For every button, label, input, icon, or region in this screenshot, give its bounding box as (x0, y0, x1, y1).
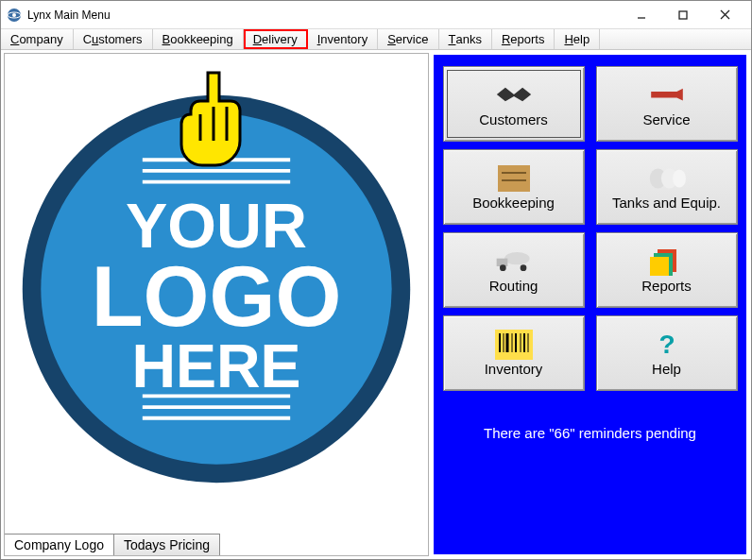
reminder-text: There are "66" reminders pending (484, 425, 696, 441)
tab-todays-pricing[interactable]: Todays Pricing (113, 534, 220, 556)
truck-icon (495, 247, 533, 276)
menu-help[interactable]: Help (555, 29, 600, 49)
bookkeeping-button[interactable]: Bookkeeping (443, 149, 585, 225)
menu-inventory[interactable]: Inventory (308, 29, 379, 49)
tanks-icon (648, 164, 686, 193)
menu-tanks[interactable]: Tanks (439, 29, 492, 49)
tab-company-logo[interactable]: Company Logo (4, 534, 114, 556)
minimize-button[interactable] (621, 2, 662, 28)
button-grid: Customers Service Bookkeeping Tanks and … (443, 66, 738, 391)
inventory-button[interactable]: Inventory (443, 315, 585, 391)
svg-point-26 (673, 169, 686, 187)
routing-button[interactable]: Routing (443, 232, 585, 308)
reports-button[interactable]: Reports (596, 232, 738, 308)
svg-text:?: ? (658, 331, 675, 359)
customers-button[interactable]: Customers (443, 66, 585, 142)
menu-customers[interactable]: Customers (74, 29, 153, 49)
svg-rect-21 (498, 165, 530, 192)
left-panel: YOUR LOGO HERE Company Logo Todays Prici… (4, 53, 429, 556)
svg-rect-4 (679, 11, 687, 19)
svg-text:HERE: HERE (131, 332, 300, 400)
question-icon: ? (648, 331, 686, 359)
menu-company[interactable]: Company (1, 29, 74, 49)
content-area: YOUR LOGO HERE Company Logo Todays Prici… (1, 50, 751, 559)
right-panel: Customers Service Bookkeeping Tanks and … (434, 55, 746, 554)
menu-service[interactable]: Service (378, 29, 438, 49)
close-button[interactable] (704, 2, 745, 28)
menu-bookkeeping[interactable]: Bookkeeping (153, 29, 244, 49)
menubar: Company Customers Bookkeeping Delivery I… (1, 29, 751, 50)
service-button[interactable]: Service (596, 66, 738, 142)
titlebar: Lynx Main Menu (1, 1, 751, 29)
help-button[interactable]: ? Help (596, 315, 738, 391)
wrench-icon (648, 81, 686, 110)
tanks-equip-button[interactable]: Tanks and Equip. (596, 149, 738, 225)
svg-text:LOGO: LOGO (92, 249, 342, 344)
handshake-icon (495, 81, 533, 110)
barcode-icon (495, 331, 533, 359)
svg-point-2 (12, 13, 16, 17)
svg-point-30 (520, 264, 526, 271)
menu-reports[interactable]: Reports (492, 29, 555, 49)
pointing-hand-icon (170, 65, 250, 174)
app-icon (7, 8, 22, 23)
svg-point-29 (500, 264, 506, 271)
maximize-button[interactable] (662, 2, 704, 28)
svg-rect-33 (650, 257, 669, 276)
svg-point-27 (504, 252, 530, 264)
left-tabs: Company Logo Todays Pricing (4, 534, 219, 556)
menu-delivery[interactable]: Delivery (244, 29, 308, 49)
ledger-icon (495, 164, 533, 193)
folders-icon (648, 247, 686, 276)
window-title: Lynx Main Menu (27, 8, 621, 22)
